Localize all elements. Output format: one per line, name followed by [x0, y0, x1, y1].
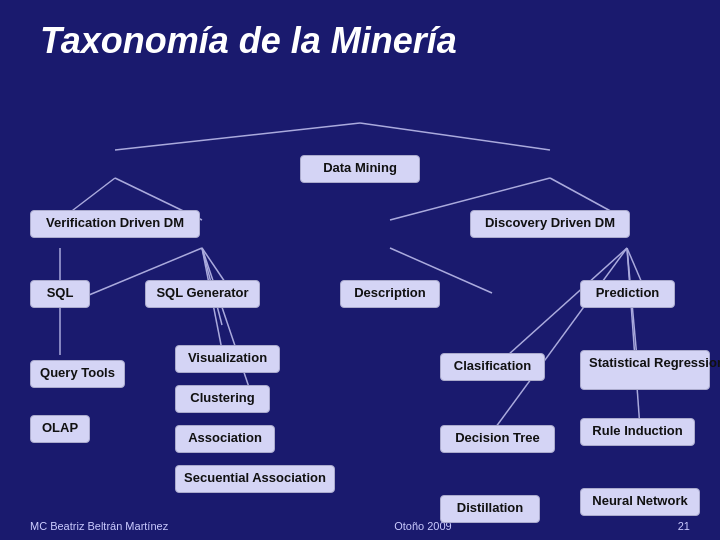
svg-line-1 — [360, 123, 550, 150]
node-statistical: Statistical Regression — [580, 350, 710, 390]
node-neural_network: Neural Network — [580, 488, 700, 516]
node-sql: SQL — [30, 280, 90, 308]
node-clasification: Clasification — [440, 353, 545, 381]
node-decision_tree: Decision Tree — [440, 425, 555, 453]
node-visualization: Visualization — [175, 345, 280, 373]
svg-line-10 — [202, 248, 255, 405]
node-prediction: Prediction — [580, 280, 675, 308]
svg-line-17 — [490, 248, 627, 435]
node-clustering: Clustering — [175, 385, 270, 413]
node-olap: OLAP — [30, 415, 90, 443]
node-verification: Verification Driven DM — [30, 210, 200, 238]
footer-left: MC Beatriz Beltrán Martínez — [30, 520, 168, 532]
node-description: Description — [340, 280, 440, 308]
connector-lines — [0, 0, 720, 540]
svg-line-16 — [627, 248, 640, 428]
node-sec_association: Secuential Association — [175, 465, 335, 493]
node-association: Association — [175, 425, 275, 453]
slide-footer: MC Beatriz Beltrán Martínez Otoño 2009 2… — [0, 520, 720, 532]
svg-line-0 — [115, 123, 360, 150]
node-discovery: Discovery Driven DM — [470, 210, 630, 238]
node-sql_gen: SQL Generator — [145, 280, 260, 308]
node-distillation: Distillation — [440, 495, 540, 523]
node-rule_induction: Rule Induction — [580, 418, 695, 446]
slide: Taxonomía de la Minería MC Beatriz Beltr… — [0, 0, 720, 540]
footer-right: 21 — [678, 520, 690, 532]
node-query_tools: Query Tools — [30, 360, 125, 388]
slide-title: Taxonomía de la Minería — [10, 10, 710, 67]
node-data_mining: Data Mining — [300, 155, 420, 183]
